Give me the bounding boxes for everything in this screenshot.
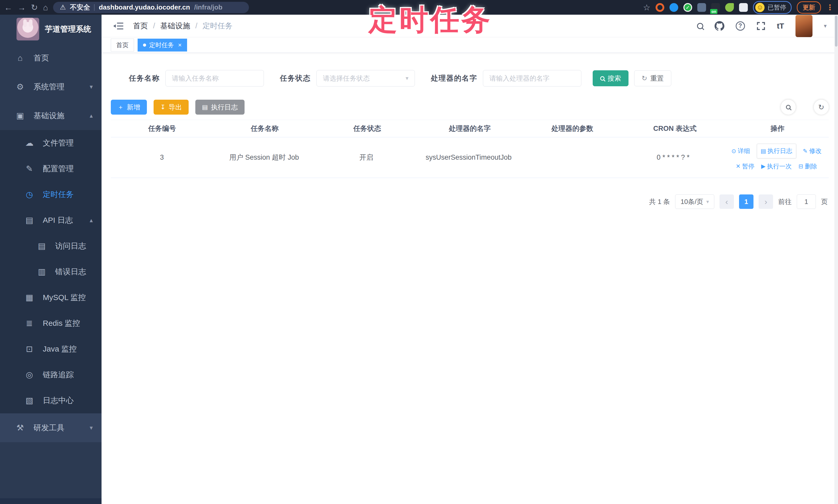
prev-page-button[interactable]: ‹ xyxy=(719,195,734,209)
sidebar-item-api-logs[interactable]: ▤ API 日志 ▴ xyxy=(0,207,102,233)
sidebar-item-config-management[interactable]: ✎ 配置管理 xyxy=(0,156,102,182)
sidebar-item-file-management[interactable]: ☁ 文件管理 xyxy=(0,130,102,156)
extension-leaf-icon[interactable] xyxy=(725,3,734,12)
handler-name-input[interactable] xyxy=(483,70,581,87)
add-button[interactable]: ＋ 新增 xyxy=(111,100,147,114)
user-avatar[interactable] xyxy=(796,15,813,37)
breadcrumb-home[interactable]: 首页 xyxy=(133,21,148,31)
tab-home[interactable]: 首页 xyxy=(111,39,134,52)
page-size-value: 10条/页 xyxy=(681,197,703,206)
export-button[interactable]: ↧ 导出 xyxy=(154,100,189,114)
bookmark-star-icon[interactable]: ☆ xyxy=(643,3,650,12)
page-size-select[interactable]: 10条/页 ▾ xyxy=(675,195,714,209)
extension-grid-icon[interactable] xyxy=(697,3,706,12)
sidebar-item-system[interactable]: ⚙ 系统管理 ▾ xyxy=(0,72,102,101)
sidebar-item-mysql-monitor[interactable]: ▦ MySQL 监控 xyxy=(0,285,102,310)
col-job-id: 任务编号 xyxy=(111,120,213,137)
main-area: 首页 / 基础设施 / 定时任务 ? tT ▾ 首页 定时任务 × xyxy=(102,15,838,504)
screen-icon: ⊡ xyxy=(24,344,35,354)
cloud-upload-icon: ☁ xyxy=(24,138,35,148)
sidebar-item-error-logs[interactable]: ▥ 错误日志 xyxy=(0,259,102,285)
exec-log-button-label: 执行日志 xyxy=(211,103,238,112)
sidebar-item-java-monitor[interactable]: ⊡ Java 监控 xyxy=(0,336,102,362)
tab-label: 首页 xyxy=(116,41,128,49)
github-icon[interactable] xyxy=(715,21,724,31)
sidebar-item-label: 基础设施 xyxy=(34,110,65,121)
detail-link[interactable]: ⊙ 详细 xyxy=(731,146,750,156)
browser-back-icon[interactable]: ← xyxy=(4,3,12,12)
exec-log-button[interactable]: ▤ 执行日志 xyxy=(195,100,245,114)
sidebar-item-label: Java 监控 xyxy=(43,344,77,354)
sidebar-item-log-center[interactable]: ▧ 日志中心 xyxy=(0,388,102,413)
security-warning-icon: ⚠ xyxy=(60,3,66,11)
browser-menu-icon[interactable]: ⋮ xyxy=(826,3,834,12)
delete-link[interactable]: ⊟ 删除 xyxy=(799,161,817,171)
sidebar-item-label: MySQL 监控 xyxy=(43,292,86,303)
page-scrollbar[interactable] xyxy=(834,15,838,504)
reset-button-label: 重置 xyxy=(650,74,664,83)
col-actions: 操作 xyxy=(726,120,829,137)
sidebar-item-scheduled-jobs[interactable]: ◷ 定时任务 xyxy=(0,182,102,207)
sidebar-item-redis-monitor[interactable]: ≣ Redis 监控 xyxy=(0,310,102,336)
edit-link[interactable]: ✎ 修改 xyxy=(803,146,821,156)
sidebar-item-tracing[interactable]: ◎ 链路追踪 xyxy=(0,362,102,388)
browser-forward-icon[interactable]: → xyxy=(18,3,26,12)
chevron-down-icon: ▾ xyxy=(90,424,93,431)
job-name-input[interactable] xyxy=(165,70,264,87)
navbar-actions: ? tT ▾ xyxy=(697,15,827,37)
sidebar-item-label: 链路追踪 xyxy=(43,370,74,380)
browser-reload-icon[interactable]: ↻ xyxy=(31,3,38,12)
annotation-overlay-text: 定时任务 xyxy=(368,1,492,39)
search-icon[interactable] xyxy=(697,23,703,29)
extension-blue-icon[interactable] xyxy=(669,3,678,12)
collapse-sidebar-icon[interactable] xyxy=(113,21,124,31)
sidebar-item-access-logs[interactable]: ▤ 访问日志 xyxy=(0,233,102,259)
jobs-table: 任务编号 任务名称 任务状态 处理器的名字 处理器的参数 CRON 表达式 操作… xyxy=(111,120,829,178)
breadcrumb-separator: / xyxy=(195,22,197,30)
infrastructure-submenu: ☁ 文件管理 ✎ 配置管理 ◷ 定时任务 ▤ API 日志 ▴ ▤ 访问日志 ▥ xyxy=(0,130,102,413)
url-path: /infra/job xyxy=(194,3,222,11)
chevron-up-icon: ▴ xyxy=(90,217,93,224)
exec-log-link[interactable]: ▤ 执行日志 xyxy=(757,144,796,158)
run-once-link[interactable]: ▶ 执行一次 xyxy=(761,161,792,171)
address-divider xyxy=(94,4,94,11)
goto-page-input[interactable] xyxy=(797,195,816,209)
scrollbar-thumb[interactable] xyxy=(835,16,837,47)
extension-green-check-icon[interactable]: ✓ xyxy=(683,3,692,12)
address-bar[interactable]: ⚠ 不安全 dashboard.yudao.iocoder.cn/infra/j… xyxy=(53,2,249,13)
database-icon: ▦ xyxy=(24,292,35,302)
toolbox-icon: ⚒ xyxy=(14,423,26,433)
reset-button[interactable]: ↻ 重置 xyxy=(634,70,671,86)
sidebar-item-dev-tools[interactable]: ⚒ 研发工具 ▾ xyxy=(0,413,102,442)
extension-orange-icon[interactable] xyxy=(656,3,664,12)
app-logo-row: 芋道管理系统 xyxy=(0,15,102,43)
tab-scheduled-jobs[interactable]: 定时任务 × xyxy=(138,39,187,52)
browser-home-icon[interactable]: ⌂ xyxy=(43,3,48,12)
cell-handler-params xyxy=(520,137,622,178)
pause-link[interactable]: ✕ 暂停 xyxy=(736,161,754,171)
sidebar: 芋道管理系统 ⌂ 首页 ⚙ 系统管理 ▾ ▣ 基础设施 ▴ ☁ 文件管理 ✎ 配… xyxy=(0,15,102,504)
extension-dark-icon[interactable]: on xyxy=(711,3,720,12)
add-button-label: 新增 xyxy=(127,103,140,112)
refresh-table-button[interactable]: ↻ xyxy=(814,100,829,114)
breadcrumb-infrastructure[interactable]: 基础设施 xyxy=(160,21,190,31)
font-size-icon[interactable]: tT xyxy=(777,22,784,30)
cell-actions: ⊙ 详细 ▤ 执行日志 ✎ 修改 ✕ 暂停 xyxy=(724,137,829,178)
fullscreen-icon[interactable] xyxy=(756,21,766,31)
sidebar-item-home[interactable]: ⌂ 首页 xyxy=(0,43,102,72)
toggle-search-button[interactable] xyxy=(781,100,796,114)
extension-paused-badge[interactable]: ☺ 已暂停 xyxy=(753,1,792,14)
extension-puzzle-icon[interactable] xyxy=(739,3,748,12)
edit-icon: ✎ xyxy=(24,164,35,174)
job-status-select[interactable]: 请选择任务状态 ▾ xyxy=(316,70,415,87)
help-icon[interactable]: ? xyxy=(736,21,745,31)
monitor-icon: ▣ xyxy=(14,111,26,121)
handler-name-label: 处理器的名字 xyxy=(431,73,477,83)
close-icon[interactable]: × xyxy=(178,41,182,49)
next-page-button[interactable]: › xyxy=(758,195,773,209)
avatar-caret-icon[interactable]: ▾ xyxy=(824,23,827,29)
page-1-button[interactable]: 1 xyxy=(739,195,753,209)
browser-update-button[interactable]: 更新 xyxy=(797,1,821,14)
search-button[interactable]: 搜索 xyxy=(593,70,629,86)
sidebar-item-infrastructure[interactable]: ▣ 基础设施 ▴ xyxy=(0,101,102,130)
